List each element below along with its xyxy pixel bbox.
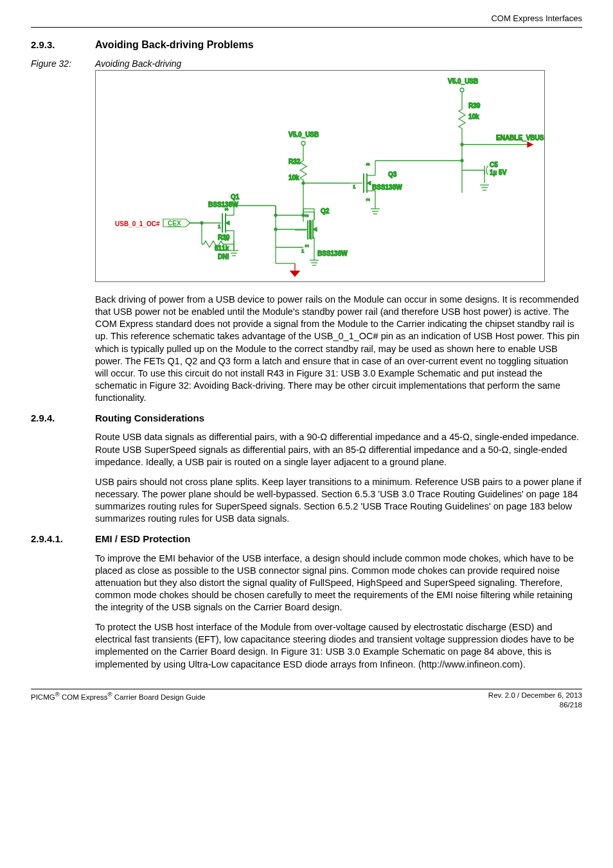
section-2941-number: 2.9.4.1. (31, 533, 95, 545)
figure-32-title: Avoiding Back-driving (95, 58, 181, 70)
label-c5-val: 1µ 5V (490, 169, 507, 176)
svg-marker-84 (290, 271, 299, 276)
label-dni: DNI (218, 253, 229, 260)
label-q2-part: BSS138W (317, 250, 348, 257)
q3-pin3: 3 (365, 163, 371, 166)
label-r32-val: 10k (289, 174, 299, 181)
para-293: Back driving of power from a USB device … (95, 294, 582, 404)
chapter-header: COM Express Interfaces (31, 13, 582, 24)
header-rule (31, 27, 582, 28)
section-2941: 2.9.4.1. EMI / ESD Protection (31, 533, 582, 545)
figure-32-schematic: V5.0_USB R39 10k ENABLE_VBUS C5 1µ 5V (95, 70, 545, 282)
label-usb-oc: USB_0_1_OC# (115, 220, 160, 227)
svg-point-22 (302, 182, 305, 184)
svg-marker-4 (528, 142, 533, 147)
svg-point-0 (460, 88, 464, 92)
label-cex: CEX (168, 220, 181, 227)
footer-page-number: 86/218 (488, 700, 582, 711)
label-q3-part: BSS138W (372, 184, 402, 191)
svg-point-76 (274, 214, 277, 217)
label-r39-val: 10k (468, 113, 479, 120)
label-r39: R39 (468, 102, 481, 109)
label-v50usb-mid: V5.0_USB (289, 131, 319, 138)
svg-point-30 (461, 159, 463, 162)
label-r32: R32 (289, 158, 301, 165)
para-294b: USB pairs should not cross plane splits.… (95, 476, 582, 526)
para-294a: Route USB data signals as differential p… (95, 431, 582, 468)
footer-revision: Rev. 2.0 / December 6, 2013 (488, 691, 582, 701)
label-enable-vbus: ENABLE_VBUS (496, 134, 544, 141)
svg-point-6 (461, 143, 463, 146)
figure-32-container: V5.0_USB R39 10k ENABLE_VBUS C5 1µ 5V (95, 70, 582, 282)
schematic-svg: V5.0_USB R39 10k ENABLE_VBUS C5 1µ 5V (96, 71, 546, 283)
para-2941b: To protect the USB host interface of the… (95, 621, 582, 671)
label-v50usb-top: V5.0_USB (448, 78, 478, 85)
section-294-title: Routing Considerations (95, 412, 204, 425)
figure-32-caption: Figure 32: Avoiding Back-driving (31, 58, 582, 70)
label-r30-val: 511k (215, 245, 229, 252)
section-2941-title: EMI / ESD Protection (95, 533, 190, 545)
q3-pin2: 2 (365, 198, 371, 201)
footer-left-suffix: Carrier Board Design Guide (112, 693, 206, 700)
label-q1: Q1 (231, 193, 240, 200)
label-c5: C5 (490, 161, 498, 168)
q2-pin1: 1 (301, 248, 305, 254)
figure-32-label: Figure 32: (31, 58, 95, 70)
para-2941a: To improve the EMI behavior of the USB i… (95, 553, 582, 614)
footer-left: PICMG® COM Express® Carrier Board Design… (31, 691, 206, 711)
q2-pin3: 3 (304, 214, 310, 217)
section-294-number: 2.9.4. (31, 412, 95, 425)
section-293-number: 2.9.3. (31, 39, 95, 51)
q2-pin2: 2 (304, 244, 310, 247)
svg-point-17 (301, 141, 305, 145)
q1-pin3: 3 (224, 208, 229, 211)
footer-left-prefix: PICMG (31, 693, 55, 700)
label-q3: Q3 (388, 171, 397, 178)
page-footer: PICMG® COM Express® Carrier Board Design… (31, 689, 582, 711)
section-294: 2.9.4. Routing Considerations (31, 412, 582, 425)
footer-right: Rev. 2.0 / December 6, 2013 86/218 (488, 691, 582, 711)
label-q2: Q2 (321, 208, 330, 215)
section-293: 2.9.3. Avoiding Back-driving Problems (31, 38, 582, 52)
q3-pin1: 1 (353, 184, 356, 190)
label-r30: R30 (218, 234, 230, 241)
q1-pin1: 1 (218, 224, 221, 229)
section-293-title: Avoiding Back-driving Problems (95, 38, 254, 52)
footer-left-mid: COM Express (60, 693, 108, 700)
